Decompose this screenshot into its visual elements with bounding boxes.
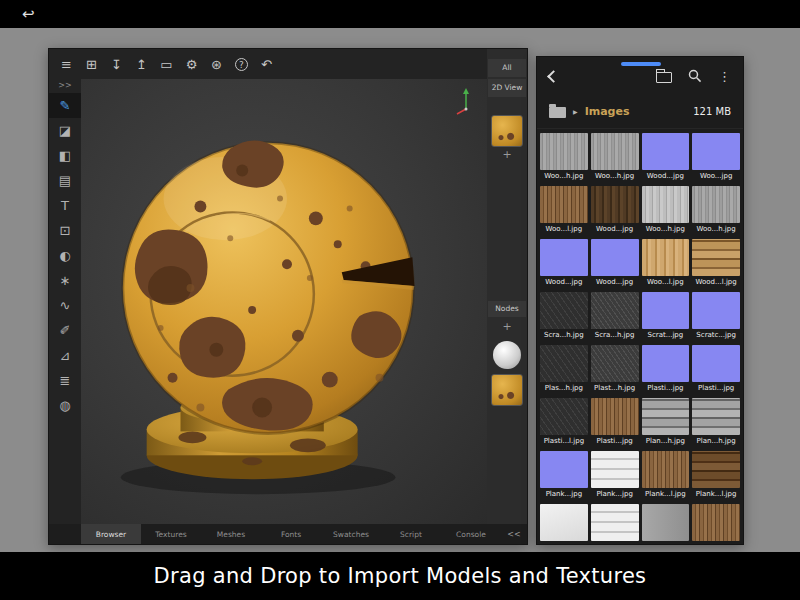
texture-thumbnail (591, 504, 639, 541)
tab-meshes[interactable]: Meshes (201, 524, 261, 544)
paint-app-window: ≡⊞↧↥▭⚙⊛?↶ >> ✎◪◧▤T⊡◐∗∿✐⊿≣◍ (48, 48, 528, 545)
file-name: Scratc...jpg (692, 329, 740, 342)
file-name (591, 541, 639, 543)
file-name: Woo...l.jpg (540, 223, 588, 236)
tab-nodes[interactable]: Nodes (488, 301, 526, 317)
plugins-icon[interactable]: ⊛ (204, 52, 229, 77)
texture-file-item[interactable]: Wood...jpg (642, 133, 690, 183)
new-folder-icon[interactable] (656, 72, 672, 83)
texture-file-item[interactable]: Plan...h.jpg (692, 398, 740, 448)
texture-file-item[interactable]: Plasti...jpg (591, 398, 639, 448)
texture-file-item[interactable]: Woo...l.jpg (642, 239, 690, 289)
texture-file-item[interactable]: Woo...l.jpg (540, 186, 588, 236)
texture-file-item[interactable]: Scratc...jpg (692, 292, 740, 342)
texture-layer-thumbnail[interactable] (491, 115, 523, 147)
viewport-mode-icon[interactable]: ▭ (154, 52, 179, 77)
tab-textures[interactable]: Textures (141, 524, 201, 544)
texture-file-item[interactable] (540, 504, 588, 543)
back-icon[interactable]: ↩ (22, 5, 35, 23)
help-icon[interactable]: ? (235, 58, 248, 71)
texture-file-item[interactable]: Woo...jpg (692, 133, 740, 183)
tab-script[interactable]: Script (381, 524, 441, 544)
tab-all[interactable]: All (488, 59, 526, 77)
texture-file-item[interactable]: Woo...h.jpg (692, 186, 740, 236)
decal-tool[interactable]: ▤ (49, 168, 81, 193)
text-tool[interactable]: T (49, 193, 81, 218)
home-folder-icon[interactable] (549, 107, 566, 118)
texture-file-item[interactable]: Scra...h.jpg (591, 292, 639, 342)
texture-file-item[interactable]: Plasti...l.jpg (540, 398, 588, 448)
expand-rail-button[interactable]: >> (49, 79, 81, 93)
file-name: Plasti...jpg (692, 382, 740, 395)
texture-file-item[interactable]: Scrat...jpg (642, 292, 690, 342)
texture-file-item[interactable]: Plank...l.jpg (642, 451, 690, 501)
texture-file-item[interactable]: Woo...h.jpg (591, 133, 639, 183)
texture-thumbnail (642, 292, 690, 329)
tab-2d-view[interactable]: 2D View (488, 79, 526, 97)
texture-file-item[interactable]: Wood...l.jpg (692, 239, 740, 289)
texture-file-item[interactable] (642, 504, 690, 543)
file-name: Plank...l.jpg (642, 488, 690, 501)
tab-swatches[interactable]: Swatches (321, 524, 381, 544)
particle-tool[interactable]: ∗ (49, 268, 81, 293)
import-icon[interactable]: ↧ (104, 52, 129, 77)
texture-file-item[interactable]: Wood...jpg (591, 186, 639, 236)
texture-file-item[interactable]: Plank...jpg (540, 451, 588, 501)
blur-tool[interactable]: ◐ (49, 243, 81, 268)
texture-file-item[interactable]: Plasti...jpg (692, 345, 740, 395)
texture-thumbnail (642, 239, 690, 276)
layers-tool[interactable]: ≣ (49, 368, 81, 393)
3d-viewport[interactable] (81, 79, 487, 524)
picker-tool[interactable]: ✐ (49, 318, 81, 343)
collapse-panel-button[interactable]: << (501, 524, 527, 544)
material-sphere-thumbnail[interactable] (493, 341, 521, 369)
expand-folder-icon[interactable]: ▶ (573, 108, 578, 115)
settings-gear-icon[interactable]: ⚙ (179, 52, 204, 77)
texture-file-item[interactable]: Woo...h.jpg (642, 186, 690, 236)
texture-file-item[interactable] (692, 504, 740, 543)
smudge-tool[interactable]: ∿ (49, 293, 81, 318)
texture-thumbnail (642, 451, 690, 488)
add-node-button[interactable]: + (502, 319, 511, 335)
grid-view-icon[interactable]: ⊞ (79, 52, 104, 77)
tab-browser[interactable]: Browser (81, 524, 141, 544)
file-browser-toolbar: ⋮ (537, 57, 743, 95)
texture-file-item[interactable]: Woo...h.jpg (540, 133, 588, 183)
texture-file-item[interactable]: Plank...jpg (591, 451, 639, 501)
add-texture-button[interactable]: + (502, 147, 511, 163)
undo-icon[interactable]: ↶ (254, 52, 279, 77)
overflow-menu-icon[interactable]: ⋮ (718, 70, 731, 83)
texture-file-item[interactable]: Scra...h.jpg (540, 292, 588, 342)
texture-file-item[interactable]: Plank...l.jpg (692, 451, 740, 501)
search-icon[interactable] (688, 69, 702, 83)
texture-file-item[interactable]: Plas...h.jpg (540, 345, 588, 395)
texture-file-item[interactable]: Plast...h.jpg (591, 345, 639, 395)
texture-file-item[interactable] (591, 504, 639, 543)
menu-icon[interactable]: ≡ (54, 52, 79, 77)
file-name: Woo...h.jpg (642, 223, 690, 236)
export-icon[interactable]: ↥ (129, 52, 154, 77)
material-texture-thumbnail[interactable] (491, 374, 523, 406)
texture-thumbnail (591, 292, 639, 329)
texture-file-item[interactable]: Wood...jpg (540, 239, 588, 289)
paint-toolbar: ≡⊞↧↥▭⚙⊛?↶ (49, 49, 527, 79)
clone-tool[interactable]: ⊡ (49, 218, 81, 243)
gizmo-tool[interactable]: ⊿ (49, 343, 81, 368)
texture-file-item[interactable]: Wood...jpg (591, 239, 639, 289)
sphere-model[interactable] (81, 79, 487, 524)
texture-file-item[interactable]: Plasti...jpg (642, 345, 690, 395)
texture-thumbnail (591, 345, 639, 382)
back-chevron-icon[interactable] (547, 70, 560, 83)
texture-file-item[interactable]: Plan...h.jpg (642, 398, 690, 448)
brush-tool[interactable]: ✎ (49, 93, 81, 118)
current-folder-name[interactable]: Images (585, 105, 630, 118)
texture-thumbnail (540, 239, 588, 276)
texture-thumbnail (540, 504, 588, 541)
texture-thumbnail (642, 186, 690, 223)
tab-console[interactable]: Console (441, 524, 501, 544)
eraser-tool[interactable]: ◪ (49, 118, 81, 143)
texture-thumbnail (591, 451, 639, 488)
material-tool[interactable]: ◍ (49, 393, 81, 418)
tab-fonts[interactable]: Fonts (261, 524, 321, 544)
fill-tool[interactable]: ◧ (49, 143, 81, 168)
